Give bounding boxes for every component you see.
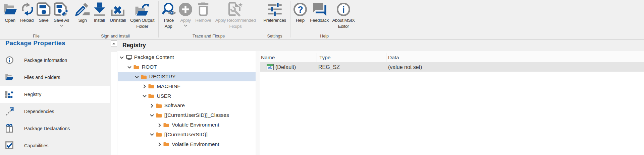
svg-text:?: ? (298, 5, 303, 15)
svg-text:ab: ab (268, 65, 272, 69)
